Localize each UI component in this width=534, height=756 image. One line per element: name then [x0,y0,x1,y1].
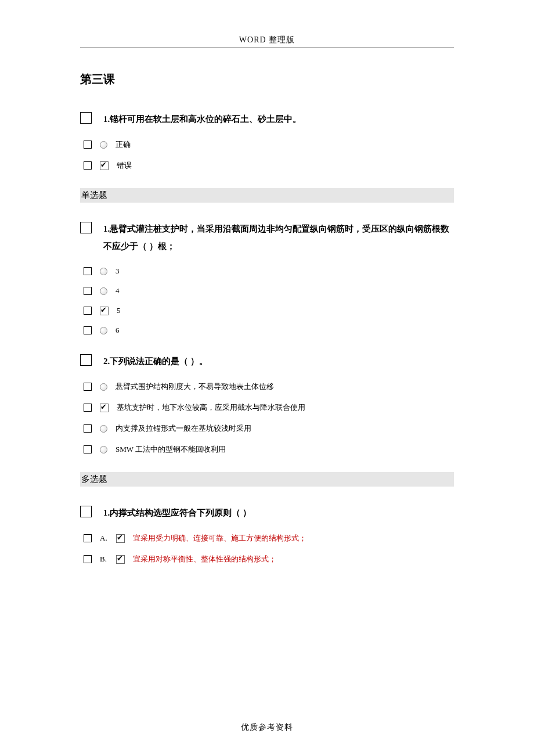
option-b: 宜采用对称平衡性、整体性强的结构形式； [133,554,276,564]
question-checkbox[interactable] [80,112,92,124]
option-checkbox[interactable] [84,534,92,542]
option-checkbox[interactable] [84,287,92,295]
sc-question-2: 2.下列说法正确的是（ ）。 悬臂式围护结构刚度大，不易导致地表土体位移 基坑支… [80,352,454,455]
question-checkbox[interactable] [80,222,92,233]
question-text: 1.内撑式结构选型应符合下列原则（ ） [103,504,454,521]
header-rule [80,48,454,48]
checkbox-checked-icon[interactable] [100,161,109,170]
option-checkbox[interactable] [84,445,92,453]
sc-question-1: 1.悬臂式灌注桩支护时，当采用沿截面周边非均匀配置纵向钢筋时，受压区的纵向钢筋根… [80,220,454,335]
section-multi-choice: 多选题 [80,472,454,487]
option-checkbox[interactable] [84,161,92,170]
radio-icon[interactable] [100,327,107,334]
page-header: WORD 整理版 [80,35,454,45]
option-letter-b: B. [100,555,108,564]
question-checkbox[interactable] [80,506,92,517]
option-checkbox[interactable] [84,141,92,149]
option-c: 内支撑及拉锚形式一般在基坑较浅时采用 [116,423,251,434]
option-checkbox[interactable] [84,555,92,563]
option-b: 基坑支护时，地下水位较高，应采用截水与降水联合使用 [117,402,305,413]
radio-icon[interactable] [100,141,107,149]
option-false-label: 错误 [117,160,132,171]
question-text: 1.锚杆可用在软土层和高水位的碎石土、砂土层中。 [103,110,454,128]
option-a: 宜采用受力明确、连接可靠、施工方便的结构形式； [133,533,306,543]
option-d: SMW 工法中的型钢不能回收利用 [116,444,226,455]
radio-icon[interactable] [100,446,107,453]
option-c: 5 [117,306,121,315]
question-text: 2.下列说法正确的是（ ）。 [103,352,454,370]
option-d: 6 [116,326,120,335]
option-a: 悬臂式围护结构刚度大，不易导致地表土体位移 [116,381,274,392]
checkbox-checked-icon[interactable] [100,404,109,412]
radio-icon[interactable] [100,268,107,275]
option-checkbox[interactable] [84,383,92,391]
checkbox-checked-icon[interactable] [116,534,125,543]
checkbox-checked-icon[interactable] [100,307,109,315]
mc-question-1: 1.内撑式结构选型应符合下列原则（ ） A. 宜采用受力明确、连接可靠、施工方便… [80,504,454,564]
option-true-label: 正确 [116,139,131,150]
option-checkbox[interactable] [84,307,92,315]
question-text: 1.悬臂式灌注桩支护时，当采用沿截面周边非均匀配置纵向钢筋时，受压区的纵向钢筋根… [103,220,454,255]
option-checkbox[interactable] [84,424,92,433]
option-checkbox[interactable] [84,404,92,412]
option-a: 3 [116,267,120,276]
option-checkbox[interactable] [84,267,92,275]
question-checkbox[interactable] [80,354,92,366]
option-checkbox[interactable] [84,326,92,334]
option-letter-a: A. [100,534,108,543]
lesson-title: 第三课 [80,71,454,87]
checkbox-checked-icon[interactable] [116,555,125,564]
radio-icon[interactable] [100,425,107,433]
option-b: 4 [116,286,120,296]
radio-icon[interactable] [100,287,107,295]
page-footer: 优质参考资料 [0,722,534,733]
radio-icon[interactable] [100,383,107,391]
tf-question-1: 1.锚杆可用在软土层和高水位的碎石土、砂土层中。 正确 错误 [80,110,454,171]
section-single-choice: 单选题 [80,188,454,203]
